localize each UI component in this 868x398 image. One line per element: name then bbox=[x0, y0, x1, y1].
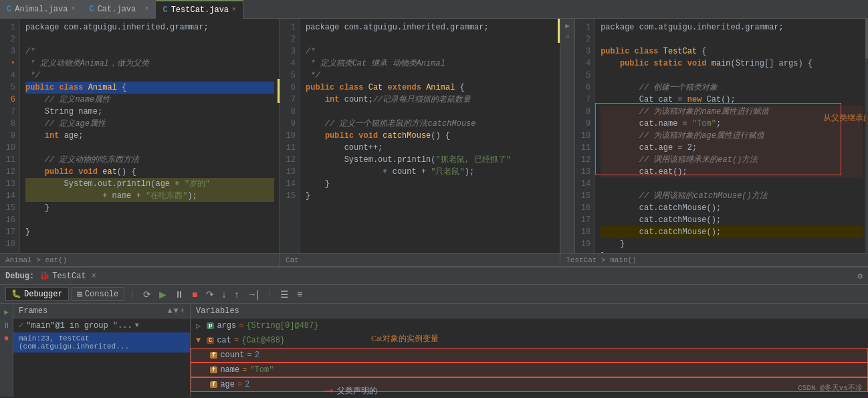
tab-testcat-java[interactable]: C TestCat.java × bbox=[156, 0, 243, 19]
code-content-animal[interactable]: package com.atguigu.inherited.grammar; /… bbox=[20, 19, 280, 253]
param-icon-args: p bbox=[207, 322, 214, 329]
debug-content: ▶ ⏸ ■ Frames ▲ ▼ + ✓ "main"@1 in group "… bbox=[0, 304, 868, 397]
pause-small-icon[interactable]: ⏸ bbox=[1, 320, 12, 330]
thread-label: "main"@1 in group "... bbox=[26, 321, 132, 330]
frame-main-group[interactable]: ✓ "main"@1 in group "... ▼ bbox=[13, 318, 190, 332]
stop-button[interactable]: ■ bbox=[189, 288, 200, 301]
debug-section: Debug: 🐞 TestCat × ⚙ 🐛 Debugger ▤ Consol… bbox=[0, 266, 868, 397]
parent-annotation-container: → 父类声明的 bbox=[324, 383, 377, 397]
breadcrumb-testcat: TestCat > main() bbox=[560, 253, 868, 266]
line-numbers-cat: 12345 678910 1112131415 bbox=[280, 19, 300, 253]
breadcrumb-cat: Cat bbox=[280, 253, 560, 266]
code-content-cat[interactable]: package com.atguigu.inherited.grammar; /… bbox=[300, 19, 560, 253]
variables-header: Variables bbox=[191, 304, 868, 318]
line-numbers-testcat: 12345 678910 1112131415 16171819 bbox=[575, 19, 595, 253]
tab-close-animal[interactable]: × bbox=[71, 5, 75, 13]
code-area-cat: 12345 678910 1112131415 package com.atgu… bbox=[280, 19, 560, 253]
stop-small-icon[interactable]: ■ bbox=[1, 333, 12, 344]
editor-animal: 123 • 45 6 78910 111213 1415161718 packa… bbox=[0, 19, 280, 266]
frame-label: main:23, TestCat (com.atguigu.inherited.… bbox=[19, 334, 185, 351]
frames-button[interactable]: ☰ bbox=[278, 288, 292, 301]
watermark: CSDN @冬天vs不冷 bbox=[798, 383, 863, 393]
step-out-button[interactable]: ↑ bbox=[232, 288, 242, 301]
expand-cat[interactable]: ▼ bbox=[196, 336, 204, 345]
close-session-icon[interactable]: × bbox=[92, 272, 96, 281]
var-cat[interactable]: ▼ C cat = {Cat@488} bbox=[191, 333, 868, 348]
expand-args[interactable]: ▷ bbox=[196, 321, 204, 331]
settings-icon[interactable]: ⚙ bbox=[857, 271, 863, 282]
scrollbar-thumb[interactable] bbox=[865, 19, 868, 59]
line-numbers-animal: 123 • 45 6 78910 111213 1415161718 bbox=[0, 19, 20, 253]
arrow-down-icon[interactable]: ▼ bbox=[174, 306, 179, 316]
var-name[interactable]: f name = "Tom" bbox=[191, 363, 868, 377]
editor-area: 123 • 45 6 78910 111213 1415161718 packa… bbox=[0, 19, 868, 266]
step-into-button[interactable]: ↓ bbox=[219, 288, 229, 301]
frames-arrows: ▲ ▼ + bbox=[167, 306, 185, 316]
tab-close-cat[interactable]: × bbox=[144, 5, 148, 13]
tab-bar: C Animal.java × C Cat.java × C TestCat.j… bbox=[0, 0, 868, 19]
debug-left-icons: ▶ ⏸ ■ bbox=[0, 304, 13, 397]
scrollbar-track bbox=[865, 19, 868, 253]
annotation-inherited: 从父类继承的 bbox=[823, 112, 868, 124]
breadcrumb-animal: Animal > eat() bbox=[0, 253, 280, 266]
left-icon-column: ▶ ○ bbox=[560, 19, 575, 253]
tab-close-testcat[interactable]: × bbox=[232, 6, 236, 13]
tab-cat-java[interactable]: C Cat.java × bbox=[82, 0, 156, 19]
debug-toolbar: 🐛 Debugger ▤ Console | ⟳ ▶ ⏸ ■ ↷ ↓ ↑ →| … bbox=[0, 285, 868, 304]
field-icon-name: f bbox=[210, 367, 217, 373]
variables-panel: Variables ▷ p args = {String[0]@487} ▼ C… bbox=[191, 304, 868, 397]
step-over-button[interactable]: ↷ bbox=[203, 288, 217, 301]
add-frame-icon[interactable]: + bbox=[180, 306, 185, 316]
bug-icon: 🐞 bbox=[39, 271, 49, 281]
field-icon-age: f bbox=[210, 381, 217, 388]
debug-session-bar: Debug: 🐞 TestCat × ⚙ bbox=[0, 268, 868, 285]
parent-annotation: 父类声明的 bbox=[337, 385, 377, 397]
run-arrow-icon: ▶ bbox=[562, 21, 573, 30]
cat-annotation: Cat对象的实例变量 bbox=[371, 333, 439, 344]
dropdown-icon[interactable]: ▼ bbox=[135, 322, 139, 329]
cat-type-icon: C bbox=[207, 337, 214, 344]
frames-panel: Frames ▲ ▼ + ✓ "main"@1 in group "... ▼ … bbox=[13, 304, 191, 397]
debug-label: Debug: bbox=[5, 272, 34, 281]
tab-console[interactable]: ▤ Console bbox=[72, 287, 125, 301]
java-icon-2: C bbox=[89, 5, 94, 14]
field-icon-count: f bbox=[210, 352, 217, 359]
java-icon: C bbox=[7, 5, 11, 14]
code-area-animal: 123 • 45 6 78910 111213 1415161718 packa… bbox=[0, 19, 280, 253]
code-content-testcat[interactable]: package com.atguigu.inherited.grammar; p… bbox=[595, 19, 868, 253]
check-icon: ✓ bbox=[19, 320, 23, 330]
console-icon: ▤ bbox=[78, 289, 82, 299]
rerun-button[interactable]: ⟳ bbox=[140, 288, 154, 301]
bug-icon-2: 🐛 bbox=[11, 289, 21, 299]
editor-testcat: ▶ ○ 12345 678910 1112131415 16171819 pac… bbox=[560, 19, 868, 266]
var-age[interactable]: f age = 2 bbox=[191, 377, 868, 392]
debug-session-tab[interactable]: 🐞 TestCat × bbox=[39, 271, 96, 281]
editor-cat: 12345 678910 1112131415 package com.atgu… bbox=[280, 19, 560, 266]
frame-main-23[interactable]: main:23, TestCat (com.atguigu.inherited.… bbox=[13, 332, 190, 353]
run-to-cursor-button[interactable]: →| bbox=[245, 288, 262, 301]
circle-icon: ○ bbox=[562, 33, 573, 41]
right-arrow-icon: → bbox=[324, 383, 333, 397]
tab-animal-java[interactable]: C Animal.java × bbox=[0, 0, 82, 19]
var-args[interactable]: ▷ p args = {String[0]@487} bbox=[191, 318, 868, 333]
resume-button[interactable]: ▶ bbox=[156, 288, 169, 301]
code-area-testcat: ▶ ○ 12345 678910 1112131415 16171819 pac… bbox=[560, 19, 868, 253]
tab-debugger[interactable]: 🐛 Debugger bbox=[5, 287, 69, 301]
arrow-up-icon[interactable]: ▲ bbox=[167, 306, 172, 316]
pause-button[interactable]: ⏸ bbox=[172, 288, 187, 301]
var-count[interactable]: f count = 2 bbox=[191, 348, 868, 363]
variables-button[interactable]: ≡ bbox=[294, 288, 305, 301]
java-icon-3: C bbox=[162, 5, 167, 15]
frames-header: Frames ▲ ▼ + bbox=[13, 304, 190, 318]
resume-small-icon[interactable]: ▶ bbox=[1, 306, 12, 317]
